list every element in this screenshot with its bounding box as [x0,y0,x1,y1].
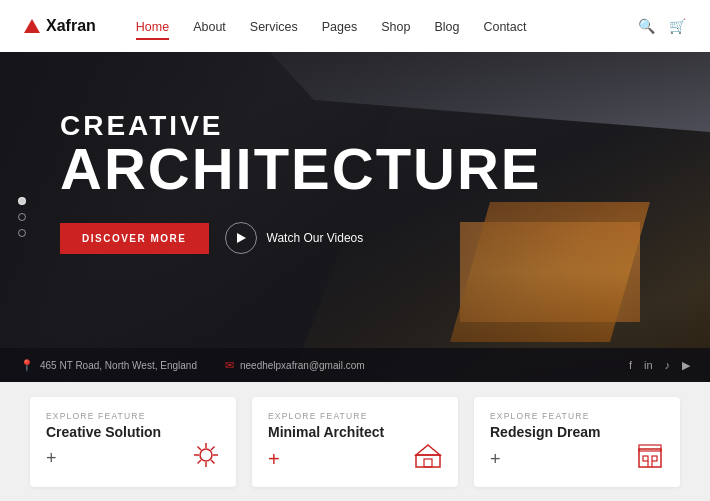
instagram-icon[interactable]: in [644,359,653,372]
nav-icons: 🔍 🛒 [638,18,686,34]
address-item: 📍 465 NT Road, North West, England [20,359,197,372]
feature-label-2: EXPLORE FEATURE [268,411,442,421]
facebook-icon[interactable]: f [629,359,632,372]
video-label: Watch Our Videos [267,231,364,245]
slide-dot-1[interactable] [18,197,26,205]
feature-plus-2[interactable]: + [268,449,280,469]
email-text: needhelpxafran@gmail.com [240,360,365,371]
svg-rect-13 [639,445,661,451]
nav-item-about[interactable]: About [193,17,226,35]
svg-rect-11 [424,459,432,467]
feature-bottom-2: + [268,443,442,475]
svg-rect-9 [416,455,440,467]
hero-title-line2: ARCHITECTURE [60,140,542,198]
email-item: ✉ needhelpxafran@gmail.com [225,359,365,372]
cart-icon[interactable]: 🛒 [669,18,686,34]
feature-title-3: Redesign Dream [490,424,664,440]
svg-line-7 [211,446,215,450]
feature-plus-3[interactable]: + [490,450,501,468]
youtube-icon[interactable]: ▶ [682,359,690,372]
feature-icon-1 [192,441,220,475]
feature-card-2: EXPLORE FEATURE Minimal Architect + [252,397,458,487]
feature-label-1: EXPLORE FEATURE [46,411,220,421]
nav-link-shop[interactable]: Shop [381,20,410,38]
svg-point-0 [200,449,212,461]
nav-link-home[interactable]: Home [136,20,169,40]
video-button[interactable]: Watch Our Videos [225,222,364,254]
nav-link-about[interactable]: About [193,20,226,38]
svg-line-6 [211,460,215,464]
svg-rect-12 [639,449,661,467]
social-links: f in ♪ ▶ [629,359,690,372]
svg-line-8 [198,460,202,464]
hero-content: CREATIVE ARCHITECTURE DISCOVER MORE Watc… [60,112,542,254]
features-section: EXPLORE FEATURE Creative Solution + [0,382,710,501]
logo-text: Xafran [46,17,96,35]
nav-item-contact[interactable]: Contact [483,17,526,35]
email-icon: ✉ [225,359,234,372]
nav-link-pages[interactable]: Pages [322,20,357,38]
feature-card-3: EXPLORE FEATURE Redesign Dream + [474,397,680,487]
feature-bottom-1: + [46,441,220,475]
feature-title-1: Creative Solution [46,424,220,440]
logo[interactable]: Xafran [24,17,96,35]
location-icon: 📍 [20,359,34,372]
address-text: 465 NT Road, North West, England [40,360,197,371]
slide-dot-3[interactable] [18,229,26,237]
hero-section: CREATIVE ARCHITECTURE DISCOVER MORE Watc… [0,52,710,382]
play-triangle [237,233,246,243]
feature-title-2: Minimal Architect [268,424,442,440]
nav-link-blog[interactable]: Blog [434,20,459,38]
navbar: Xafran Home About Services Pages Shop Bl… [0,0,710,52]
nav-item-home[interactable]: Home [136,17,169,35]
nav-item-shop[interactable]: Shop [381,17,410,35]
feature-icon-3 [636,443,664,475]
feature-label-3: EXPLORE FEATURE [490,411,664,421]
tiktok-icon[interactable]: ♪ [665,359,671,372]
discover-button[interactable]: DISCOVER MORE [60,223,209,254]
svg-rect-14 [643,456,648,461]
feature-bottom-3: + [490,443,664,475]
nav-item-pages[interactable]: Pages [322,17,357,35]
slide-indicators [18,197,26,237]
feature-icon-2 [414,443,442,475]
search-icon[interactable]: 🔍 [638,18,655,34]
slide-dot-2[interactable] [18,213,26,221]
hero-actions: DISCOVER MORE Watch Our Videos [60,222,542,254]
svg-marker-10 [416,445,440,455]
nav-links: Home About Services Pages Shop Blog Cont… [136,17,638,35]
nav-item-blog[interactable]: Blog [434,17,459,35]
svg-line-5 [198,446,202,450]
feature-plus-1[interactable]: + [46,449,57,467]
svg-rect-15 [652,456,657,461]
play-icon[interactable] [225,222,257,254]
nav-link-contact[interactable]: Contact [483,20,526,38]
nav-link-services[interactable]: Services [250,20,298,38]
hero-footer: 📍 465 NT Road, North West, England ✉ nee… [0,348,710,382]
logo-icon [24,19,40,33]
nav-item-services[interactable]: Services [250,17,298,35]
feature-card-1: EXPLORE FEATURE Creative Solution + [30,397,236,487]
